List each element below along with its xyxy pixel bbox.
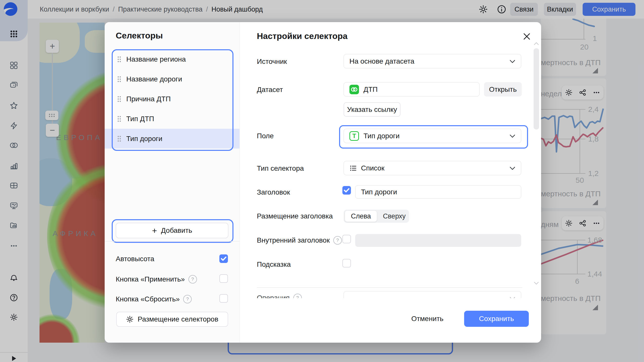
- help-question-icon[interactable]: ?: [183, 295, 192, 303]
- operation-row-clipped: Операция ?: [240, 288, 541, 298]
- placement-button-label: Размещение селекторов: [138, 315, 218, 323]
- check-icon: [221, 256, 226, 261]
- title-field-label: Заголовок: [257, 188, 290, 196]
- field-value: Тип дороги: [364, 132, 399, 140]
- selectors-panel: Селекторы Название региона Название доро…: [105, 22, 239, 343]
- inner-title-input-disabled: [355, 234, 521, 247]
- inner-title-checkbox[interactable]: [342, 235, 351, 243]
- dataset-label-text: Датасет: [257, 86, 283, 94]
- dataset-icon: [349, 85, 359, 94]
- dataset-input[interactable]: ДТП: [344, 82, 479, 97]
- selector-item-label: Название региона: [126, 55, 186, 63]
- title-placement-label: Размещение заголовка: [257, 212, 333, 220]
- operation-label: Операция ?: [257, 294, 302, 298]
- title-placement-segmented: Слева Сверху: [344, 210, 409, 223]
- hint-checkbox[interactable]: [342, 259, 351, 267]
- autoheight-label-text: Автовысота: [116, 255, 154, 263]
- hint-label-text: Подсказка: [257, 260, 291, 268]
- apply-label-text: Кнопка «Применить»: [116, 275, 185, 283]
- reset-label-text: Кнопка «Сбросить»: [116, 295, 180, 303]
- selector-type-value: Список: [361, 164, 384, 172]
- hint-label: Подсказка: [257, 260, 291, 268]
- apply-button-checkbox[interactable]: [219, 274, 228, 283]
- inner-title-label: Внутренний заголовок ?: [257, 236, 342, 245]
- selector-list-item-selected[interactable]: Тип дороги: [112, 129, 231, 149]
- scroll-up-icon[interactable]: [534, 42, 539, 45]
- autoheight-checkbox[interactable]: [219, 254, 228, 263]
- operation-label-text: Операция: [257, 294, 290, 298]
- selector-item-label: Причина ДТП: [126, 95, 171, 103]
- save-selector-button[interactable]: Сохранить: [464, 311, 529, 327]
- dialog-title: Настройки селектора: [257, 31, 347, 41]
- dataset-value: ДТП: [364, 85, 378, 94]
- add-selector-button[interactable]: + Добавить: [116, 223, 228, 238]
- panel-title: Селекторы: [116, 31, 163, 40]
- operation-select[interactable]: [344, 291, 521, 298]
- gear-icon: [126, 315, 134, 323]
- scroll-down-icon[interactable]: [534, 282, 539, 285]
- source-select[interactable]: На основе датасета: [344, 54, 521, 68]
- selector-list-item[interactable]: Название региона: [112, 49, 231, 69]
- screen: ЕВРОПА АФРИКА + − 20 1 мертность в ДТП: [0, 0, 644, 362]
- field-type-icon: T: [349, 131, 359, 141]
- cancel-button[interactable]: Отменить: [407, 312, 448, 326]
- drag-handle-icon[interactable]: [117, 135, 121, 142]
- placement-option-left[interactable]: Слева: [345, 211, 377, 222]
- field-select[interactable]: T Тип дороги: [344, 129, 521, 143]
- selectors-placement-button[interactable]: Размещение селекторов: [116, 312, 228, 327]
- reset-button-checkbox[interactable]: [219, 294, 228, 303]
- field-label-text: Поле: [257, 132, 274, 140]
- close-icon[interactable]: [522, 32, 531, 41]
- selector-item-label: Тип ДТП: [126, 115, 154, 123]
- selector-modal: Селекторы Название региона Название доро…: [105, 22, 541, 343]
- autoheight-label: Автовысота: [116, 255, 154, 263]
- inner-title-label-text: Внутренний заголовок: [257, 236, 330, 244]
- dataset-field-label: Датасет: [257, 86, 283, 94]
- selector-type-select[interactable]: Список: [344, 161, 521, 175]
- title-placement-label-text: Размещение заголовка: [257, 212, 333, 220]
- source-label-text: Источник: [257, 58, 287, 66]
- open-dataset-button[interactable]: Открыть: [484, 82, 522, 97]
- source-field-label: Источник: [257, 58, 287, 66]
- title-input[interactable]: Тип дороги: [355, 185, 521, 199]
- selector-list-item[interactable]: Название дороги: [112, 69, 231, 89]
- title-input-value: Тип дороги: [361, 188, 397, 196]
- field-field-label: Поле: [257, 132, 274, 140]
- chevron-down-icon: [509, 134, 515, 138]
- placement-option-top[interactable]: Сверху: [377, 211, 412, 222]
- help-question-icon[interactable]: ?: [188, 275, 197, 284]
- drag-handle-icon[interactable]: [117, 96, 121, 102]
- dialog-divider: [257, 287, 522, 288]
- help-question-icon[interactable]: ?: [333, 236, 342, 245]
- selector-list-item[interactable]: Тип ДТП: [112, 109, 231, 129]
- specify-link-button[interactable]: Указать ссылку: [344, 102, 400, 117]
- apply-button-option-label: Кнопка «Применить» ?: [116, 275, 197, 284]
- drag-handle-icon[interactable]: [117, 56, 121, 63]
- drag-handle-icon[interactable]: [117, 76, 121, 82]
- add-button-label: Добавить: [161, 227, 192, 235]
- selector-type-label: Тип селектора: [257, 164, 304, 172]
- list-icon: [349, 164, 357, 172]
- dialog-scrollbar-thumb[interactable]: [534, 48, 539, 129]
- check-icon: [344, 188, 349, 193]
- chevron-down-icon: [509, 166, 515, 170]
- selector-settings-dialog: Настройки селектора Источник На основе д…: [239, 22, 541, 343]
- selector-type-label-text: Тип селектора: [257, 164, 304, 172]
- reset-button-option-label: Кнопка «Сбросить» ?: [116, 295, 192, 303]
- drag-handle-icon[interactable]: [117, 116, 121, 122]
- chevron-down-icon: [509, 60, 515, 63]
- selector-item-label: Тип дороги: [126, 135, 162, 143]
- selector-item-label: Название дороги: [126, 75, 182, 83]
- chevron-down-icon: [509, 297, 515, 298]
- selector-list-item[interactable]: Причина ДТП: [112, 89, 231, 109]
- panel-divider: [105, 241, 239, 242]
- title-checkbox[interactable]: [342, 186, 351, 195]
- help-question-icon[interactable]: ?: [293, 294, 302, 298]
- source-value: На основе датасета: [349, 57, 414, 65]
- title-label-text: Заголовок: [257, 188, 290, 196]
